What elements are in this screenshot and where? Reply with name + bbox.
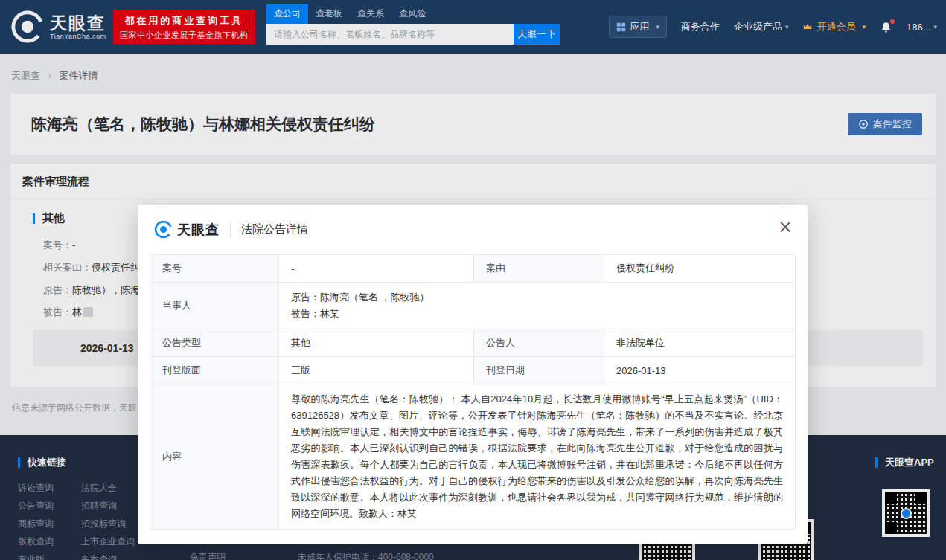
content-label: 内容: [150, 384, 279, 530]
tianyancha-logo: 天眼查: [154, 220, 220, 239]
publication-page-label: 刊登版面: [150, 357, 279, 384]
party-plaintiff: 原告：陈海亮（笔名 ，陈牧驰）: [291, 289, 783, 306]
case-number-label: 案号: [150, 255, 279, 283]
modal-title: 法院公告详情: [241, 222, 308, 236]
party-label: 当事人: [150, 283, 279, 329]
table-row: 公告类型 其他 公告人 非法院单位: [150, 329, 796, 357]
announcer-label: 公告人: [474, 329, 604, 357]
publication-date-label: 刊登日期: [474, 357, 604, 384]
table-row: 当事人 原告：陈海亮（笔名 ，陈牧驰） 被告：林某: [150, 283, 796, 329]
court-announcement-modal: 天眼查 法院公告详情 × 案号 - 案由 侵权责任纠纷 当事人 原告：陈海亮（笔…: [138, 205, 808, 544]
cause-value: 侵权责任纠纷: [604, 255, 796, 283]
divider: [230, 222, 231, 237]
table-row: 刊登版面 三版 刊登日期 2026-01-13: [150, 357, 796, 384]
cause-label: 案由: [474, 255, 604, 283]
page-background: 天眼查 TianYanCha.com 都在用的商业查询工具 国家中小企业发展子基…: [0, 0, 946, 560]
party-value: 原告：陈海亮（笔名 ，陈牧驰） 被告：林某: [279, 283, 796, 329]
publication-date-value: 2026-01-13: [604, 357, 796, 384]
table-row: 案号 - 案由 侵权责任纠纷: [150, 255, 796, 283]
party-defendant: 被告：林某: [291, 306, 783, 322]
close-icon[interactable]: ×: [778, 218, 793, 236]
modal-body: 案号 - 案由 侵权责任纠纷 当事人 原告：陈海亮（笔名 ，陈牧驰） 被告：林某…: [138, 254, 808, 544]
modal-brand-name: 天眼查: [177, 221, 220, 239]
tianyancha-logo-icon: [154, 220, 173, 239]
case-number-value: -: [279, 255, 474, 283]
table-row: 内容 尊敬的陈海亮先生（笔名：陈牧驰）： 本人自2024年10月起，长达数月使用…: [150, 384, 796, 530]
publication-page-value: 三版: [279, 357, 474, 384]
announcement-table: 案号 - 案由 侵权责任纠纷 当事人 原告：陈海亮（笔名 ，陈牧驰） 被告：林某…: [150, 254, 796, 530]
content-value: 尊敬的陈海亮先生（笔名：陈牧驰）： 本人自2024年10月起，长达数月使用微博账…: [279, 384, 796, 530]
announcement-type-value: 其他: [279, 329, 474, 357]
announcement-type-label: 公告类型: [150, 329, 279, 357]
announcer-value: 非法院单位: [604, 329, 796, 357]
modal-header: 天眼查 法院公告详情 ×: [138, 205, 808, 254]
